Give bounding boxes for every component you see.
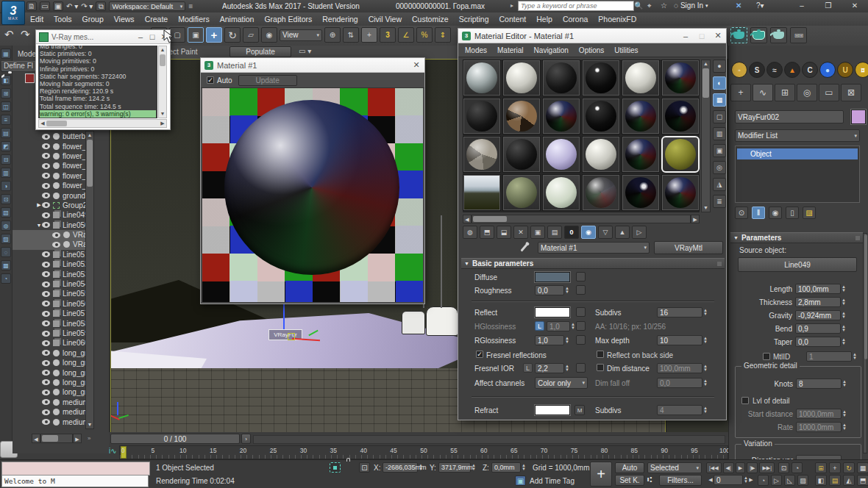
explorer-row-flower_v[interactable]: flower_v <box>13 151 85 161</box>
explorer-row-Line049[interactable]: Line049 <box>13 210 85 220</box>
visibility-eye-icon[interactable] <box>42 370 50 376</box>
left-tool-icon-4[interactable]: ⊞ <box>1 88 11 98</box>
lod-checkbox[interactable] <box>741 397 749 404</box>
sample-slot-20[interactable] <box>502 174 541 211</box>
make-preview-icon[interactable]: ▣ <box>713 144 726 157</box>
param-spinner[interactable]: ▲▼ <box>842 285 846 293</box>
menu-corona[interactable]: Corona <box>558 13 593 25</box>
slots-vscrollbar[interactable]: ▲ ▼ <box>701 60 711 212</box>
selection-set-dropdown[interactable]: Selected▾ <box>647 462 702 473</box>
close-button[interactable]: ✕ <box>846 1 864 10</box>
make-unique-icon[interactable]: ◉ <box>769 207 782 219</box>
visibility-eye-icon[interactable] <box>42 360 50 366</box>
me-menu-modes[interactable]: Modes <box>460 45 492 56</box>
object-name[interactable]: ground <box>63 192 85 200</box>
explorer-row-Line054[interactable]: Line054 <box>13 279 85 289</box>
left-tool-icon-1[interactable]: ▦ <box>1 49 11 59</box>
preview-window-titlebar[interactable]: 3 Material #1 ✕ <box>201 58 424 73</box>
me-menu-material[interactable]: Material <box>492 45 529 56</box>
sample-slot-11[interactable] <box>622 98 660 134</box>
roughness-map-button[interactable] <box>576 285 586 295</box>
menu-phoenixfd[interactable]: PhoenixFD <box>593 13 641 25</box>
preview-close-button[interactable]: ✕ <box>408 60 424 70</box>
menu-scripting[interactable]: Scripting <box>454 13 494 25</box>
left-tool-icon-9[interactable]: ⊟ <box>1 154 11 165</box>
sample-slot-13[interactable] <box>463 136 501 173</box>
visibility-eye-icon[interactable] <box>42 134 50 140</box>
explorer-row-Line053[interactable]: Line053 <box>13 269 85 279</box>
param-spinner[interactable]: ▲▼ <box>842 312 846 319</box>
rglossiness-spinner[interactable]: ▲▼ <box>565 337 569 344</box>
explorer-row-VRay[interactable]: VRay <box>13 230 85 240</box>
explorer-row-ground[interactable]: ground <box>13 190 85 200</box>
auto-update-checkbox[interactable]: ✓Auto <box>207 76 232 85</box>
object-name[interactable]: long_gra <box>63 378 85 387</box>
affect-channels-dropdown[interactable]: Color only▾ <box>535 377 588 389</box>
key-filters-button[interactable]: Filters... <box>659 475 702 486</box>
object-name[interactable]: flower_y <box>63 182 85 190</box>
subdivs-field[interactable]: 16 <box>657 307 702 317</box>
assign-to-selection-icon[interactable]: ⬓ <box>497 226 511 239</box>
tab-display[interactable]: ▭ <box>819 84 839 101</box>
key-mode-toggle-icon[interactable]: ⊡ <box>778 462 789 473</box>
help-icon[interactable]: ?▾ <box>756 1 764 10</box>
explorer-row-flower_l[interactable]: flower_l <box>13 141 85 151</box>
explorer-row-long_gra[interactable]: long_gra <box>13 348 85 358</box>
menu-rendering[interactable]: Rendering <box>317 13 363 25</box>
hglossiness-field[interactable]: 1,0 <box>547 321 570 331</box>
object-name[interactable]: Group25 <box>63 201 85 209</box>
show-end-result-icon[interactable]: ▽ <box>598 226 613 239</box>
explorer-row-Line058[interactable]: Line058 <box>13 318 85 328</box>
refract-color-swatch[interactable] <box>535 405 570 415</box>
vray-hscrollbar[interactable]: ◀ ▶ <box>38 119 167 128</box>
put-to-library-icon[interactable]: ▤ <box>547 226 562 239</box>
y-coord-field[interactable]: 3717,9mm <box>438 462 471 473</box>
image-icon[interactable]: ▨ <box>797 475 808 486</box>
sample-slot-10[interactable] <box>582 98 620 134</box>
visibility-eye-icon[interactable] <box>42 202 50 208</box>
explorer-row-long_gra[interactable]: long_gra <box>13 358 85 367</box>
plugin-icon-6[interactable]: ● <box>819 62 836 78</box>
sample-slot-24[interactable] <box>661 174 700 211</box>
save-file-button[interactable]: ▣ <box>53 1 63 11</box>
object-name[interactable]: Line058 <box>63 320 85 328</box>
time-configuration-icon[interactable]: ◔ <box>791 462 803 473</box>
panel-collapse-chevrons[interactable]: » <box>88 435 90 442</box>
current-frame-field[interactable]: 0 <box>714 475 743 485</box>
visibility-eye-icon[interactable] <box>42 311 50 317</box>
sample-slot-12[interactable] <box>661 98 700 134</box>
material-id-icon[interactable]: 0 <box>564 226 579 239</box>
go-to-parent-icon[interactable]: ▲ <box>615 226 630 239</box>
visibility-eye-icon[interactable] <box>42 320 50 326</box>
sample-slot-22[interactable] <box>582 174 620 211</box>
object-name[interactable]: Line050 <box>63 221 85 229</box>
reflect-color-swatch[interactable] <box>535 307 570 317</box>
me-maximize-button[interactable]: □ <box>694 32 710 40</box>
object-name[interactable]: Line056 <box>63 300 85 308</box>
visibility-eye-icon[interactable] <box>42 291 50 297</box>
orbit-icon[interactable]: ↻ <box>843 462 855 473</box>
sample-slot-9[interactable] <box>542 98 580 134</box>
explorer-row-Line055[interactable]: Line055 <box>13 289 85 298</box>
object-name[interactable]: VRay <box>73 240 85 248</box>
vray-vscrollbar[interactable]: ▲ ▼ <box>158 46 167 118</box>
max-depth-field[interactable]: 10 <box>657 335 702 345</box>
minimize-button[interactable]: – <box>793 1 811 10</box>
menu-tools[interactable]: Tools <box>49 13 77 25</box>
left-tool-icon-16[interactable]: ◌ <box>1 247 11 257</box>
object-name[interactable]: Line049 <box>63 211 85 219</box>
menu-civil-view[interactable]: Civil View <box>363 13 407 25</box>
communication-icon[interactable]: ⌖ <box>647 1 652 10</box>
sample-type-icon[interactable]: ● <box>713 60 726 73</box>
start-distance-field[interactable]: 1000,0mm <box>796 409 842 419</box>
explorer-row-long_gra[interactable]: long_gra <box>13 367 85 377</box>
sample-slot-7[interactable] <box>463 98 501 134</box>
add-time-tag-icon[interactable]: ▣ <box>515 476 526 486</box>
plugin-icon-5[interactable]: C <box>802 62 818 78</box>
frame-prev-arrow[interactable]: ◀ <box>708 476 714 484</box>
select-by-material-icon[interactable]: ◮ <box>713 178 726 191</box>
menu-views[interactable]: Views <box>109 13 140 25</box>
object-name-field[interactable] <box>735 110 844 123</box>
hglossiness-map-button[interactable] <box>576 321 586 331</box>
video-color-check-icon[interactable]: ▥ <box>713 127 726 140</box>
